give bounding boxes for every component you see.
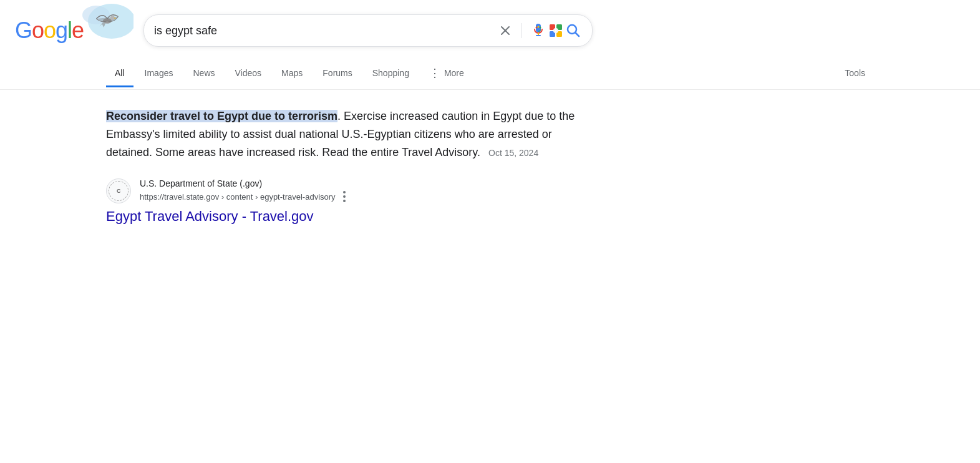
google-logo-area: Google [15, 9, 127, 52]
svg-point-10 [540, 27, 541, 29]
logo-o1: o [32, 17, 44, 43]
tab-news[interactable]: News [184, 61, 223, 87]
logo-g2: g [56, 17, 67, 43]
source-url: https://travel.state.gov › content › egy… [140, 192, 336, 202]
microphone-icon [531, 23, 546, 38]
voice-search-button[interactable] [530, 22, 547, 39]
dot-1 [343, 191, 346, 193]
logo-e: e [72, 17, 84, 43]
featured-snippet: Reconsider travel to Egypt due to terror… [106, 107, 580, 161]
tab-news-label: News [193, 68, 215, 78]
snippet-date: Oct 15, 2024 [488, 148, 538, 158]
snippet-text: Reconsider travel to Egypt due to terror… [106, 107, 580, 161]
nav-tabs: All Images News Videos Maps Forums Shopp… [0, 59, 980, 90]
svg-line-18 [576, 33, 580, 37]
tab-maps-label: Maps [281, 68, 303, 78]
tab-maps[interactable]: Maps [273, 61, 311, 87]
search-bar: is egypt safe [143, 14, 593, 47]
source-options-button[interactable] [341, 188, 348, 205]
tab-shopping[interactable]: Shopping [364, 61, 418, 87]
tab-all[interactable]: All [106, 61, 133, 87]
logo-decoration-svg [77, 2, 133, 52]
search-input[interactable]: is egypt safe [154, 24, 497, 37]
search-divider [522, 23, 522, 38]
lens-button[interactable] [547, 22, 565, 39]
tab-shopping-label: Shopping [372, 68, 409, 78]
logo-o2: o [44, 17, 56, 43]
tab-images-label: Images [145, 68, 173, 78]
favicon-letter: C [117, 188, 120, 194]
clear-button[interactable] [497, 22, 514, 39]
header: Google is egypt sa [0, 0, 980, 59]
tab-images[interactable]: Images [136, 61, 182, 87]
svg-point-8 [536, 27, 538, 29]
source-info: U.S. Department of State (.gov) https://… [140, 178, 348, 205]
svg-point-9 [538, 26, 540, 28]
source-url-row: https://travel.state.gov › content › egy… [140, 188, 348, 205]
google-lens-icon [548, 23, 563, 38]
tab-tools-label: Tools [845, 68, 865, 78]
result-link-text: Egypt Travel Advisory - Travel.gov [106, 208, 314, 224]
main-content: Reconsider travel to Egypt due to terror… [0, 90, 686, 242]
svg-point-16 [555, 29, 558, 32]
x-icon [499, 24, 512, 37]
source-name: U.S. Department of State (.gov) [140, 178, 348, 188]
snippet-highlighted: Reconsider travel to Egypt due to terror… [106, 110, 337, 122]
three-dots-icon: ⋮ [429, 66, 442, 80]
svg-point-3 [110, 16, 115, 20]
tab-tools[interactable]: Tools [836, 61, 874, 87]
search-bar-wrapper: is egypt safe [143, 14, 593, 47]
search-icon [566, 23, 581, 38]
tab-forums-label: Forums [323, 68, 352, 78]
tab-more[interactable]: ⋮ More [420, 59, 473, 89]
source-favicon: C [106, 178, 131, 203]
tab-forums[interactable]: Forums [314, 61, 361, 87]
result-link[interactable]: Egypt Travel Advisory - Travel.gov [106, 208, 580, 225]
tab-videos-label: Videos [235, 68, 262, 78]
google-logo[interactable]: Google [15, 17, 84, 44]
source-row: C U.S. Department of State (.gov) https:… [106, 178, 580, 205]
search-button[interactable] [565, 22, 582, 39]
source-favicon-inner: C [109, 181, 129, 201]
tab-videos[interactable]: Videos [226, 61, 271, 87]
dot-3 [343, 200, 346, 202]
tab-all-label: All [115, 68, 125, 78]
logo-g: G [15, 17, 32, 43]
tab-more-label: More [444, 68, 464, 78]
dot-2 [343, 195, 346, 198]
